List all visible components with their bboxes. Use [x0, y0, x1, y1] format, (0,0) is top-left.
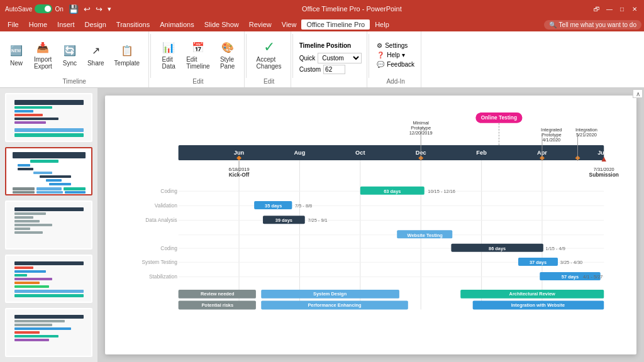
- svg-text:Integration with Website: Integration with Website: [511, 302, 565, 308]
- svg-text:Website Testing: Website Testing: [408, 233, 443, 238]
- svg-rect-37: [14, 294, 84, 297]
- slide-view: Jun Aug Oct Dec Feb Apr Jun 6/18/2019 Ki…: [105, 96, 636, 354]
- menu-slideshow[interactable]: Slide Show: [199, 19, 244, 30]
- menu-insert[interactable]: Insert: [52, 19, 80, 30]
- style-pane-button[interactable]: 🎨 StylePane: [216, 37, 239, 72]
- svg-text:7/5 - 8/8: 7/5 - 8/8: [295, 203, 312, 209]
- svg-rect-44: [14, 339, 49, 341]
- svg-text:86 days: 86 days: [489, 246, 506, 251]
- svg-rect-34: [14, 282, 40, 284]
- autosave-toggle[interactable]: [35, 4, 52, 13]
- quick-label: Quick: [299, 55, 316, 62]
- undo-icon[interactable]: ↩: [84, 4, 91, 14]
- maximize-btn[interactable]: □: [618, 4, 626, 13]
- slide-thumb-1[interactable]: [5, 93, 92, 142]
- menu-transitions[interactable]: Transitions: [111, 19, 155, 30]
- ribbon-edit-content: 📊 EditData 📅 EditTimeline 🎨 StylePane: [157, 34, 238, 75]
- svg-text:35 days: 35 days: [265, 203, 282, 209]
- svg-rect-25: [14, 220, 40, 222]
- menu-view[interactable]: View: [277, 19, 302, 30]
- sep2: [246, 34, 247, 78]
- svg-rect-32: [14, 274, 27, 277]
- svg-text:12/20/2019: 12/20/2019: [409, 130, 433, 136]
- main-area: Jun Aug Oct Dec Feb Apr Jun 6/18/2019 Ki…: [0, 88, 644, 362]
- svg-text:1/15 - 4/9: 1/15 - 4/9: [546, 246, 565, 251]
- title-bar-left: AutoSave On 💾 ↩ ↪ ▾: [5, 4, 111, 14]
- svg-text:Coding: Coding: [160, 188, 177, 194]
- svg-rect-17: [36, 187, 62, 190]
- help-button[interactable]: ❓ Help ▾: [375, 51, 416, 59]
- svg-rect-6: [14, 128, 84, 132]
- sync-button[interactable]: 🔄 Sync: [58, 41, 81, 69]
- menu-file[interactable]: File: [3, 19, 24, 30]
- sep1: [150, 34, 151, 78]
- search-label[interactable]: Tell me what you want to do: [559, 21, 636, 28]
- settings-button[interactable]: ⚙ Settings: [375, 41, 416, 50]
- svg-rect-42: [14, 331, 40, 334]
- menu-help[interactable]: Help: [370, 19, 394, 30]
- custom-value-input[interactable]: [323, 65, 345, 74]
- menu-officetimeline[interactable]: Office Timeline Pro: [301, 19, 370, 30]
- svg-rect-18: [64, 187, 86, 190]
- edit-data-button[interactable]: 📊 EditData: [157, 37, 180, 72]
- svg-text:Online Testing: Online Testing: [481, 114, 517, 121]
- import-label: ImportExport: [34, 56, 52, 70]
- ribbon-group-edit: 📊 EditData 📅 EditTimeline 🎨 StylePane Ed…: [152, 31, 244, 87]
- menu-review[interactable]: Review: [244, 19, 277, 30]
- autosave-label: AutoSave: [5, 6, 32, 13]
- share-label: Share: [87, 60, 104, 67]
- menu-animations[interactable]: Animations: [155, 19, 199, 30]
- title-bar-title: Office Timeline Pro - PowerPoint: [302, 5, 402, 13]
- save-icon[interactable]: 💾: [69, 4, 79, 14]
- slide-thumb-5[interactable]: [5, 308, 92, 357]
- window-controls: 🗗 — □ ✕: [592, 4, 639, 13]
- new-button[interactable]: 🆕 New: [5, 41, 28, 69]
- svg-text:10/15 - 12/16: 10/15 - 12/16: [428, 189, 455, 194]
- import-export-button[interactable]: 📥 ImportExport: [30, 37, 56, 72]
- menu-home[interactable]: Home: [24, 19, 52, 30]
- svg-text:Stabilization: Stabilization: [149, 273, 177, 280]
- minimize-btn[interactable]: —: [605, 4, 614, 13]
- slide-thumb-4[interactable]: [5, 255, 92, 304]
- restore-btn[interactable]: 🗗: [592, 4, 601, 13]
- slide-thumb-3[interactable]: [5, 200, 92, 250]
- svg-rect-30: [14, 266, 33, 269]
- close-btn[interactable]: ✕: [630, 4, 639, 13]
- settings-icon: ⚙: [377, 42, 382, 49]
- svg-text:37 days: 37 days: [530, 260, 547, 265]
- svg-text:Performance Enhancing: Performance Enhancing: [308, 302, 362, 308]
- template-button[interactable]: 📋 Template: [111, 41, 144, 69]
- menu-design[interactable]: Design: [80, 19, 111, 30]
- ribbon-collapse-button[interactable]: ∧: [633, 89, 643, 98]
- accept-icon: ✓: [262, 40, 277, 55]
- svg-rect-35: [14, 285, 49, 288]
- svg-rect-2: [14, 110, 33, 112]
- svg-text:Architectural Review: Architectural Review: [509, 291, 556, 297]
- feedback-button[interactable]: 💬 Feedback: [375, 60, 416, 69]
- edit-timeline-label: EditTimeline: [186, 56, 209, 70]
- template-icon: 📋: [119, 43, 135, 58]
- addin-group-label: Add-In: [375, 75, 416, 85]
- accept-changes-button[interactable]: ✓ AcceptChanges: [253, 37, 286, 72]
- share-button[interactable]: ↗ Share: [84, 41, 108, 69]
- svg-rect-0: [14, 100, 84, 105]
- svg-rect-26: [14, 224, 52, 226]
- svg-rect-33: [14, 278, 52, 280]
- help-icon: ❓: [377, 52, 384, 58]
- svg-text:7/25 - 9/1: 7/25 - 9/1: [308, 217, 327, 223]
- redo-icon[interactable]: ↪: [96, 4, 103, 14]
- svg-text:Submission: Submission: [589, 172, 619, 178]
- svg-rect-10: [18, 164, 30, 167]
- quick-select[interactable]: Custom: [318, 53, 362, 63]
- svg-text:Coding: Coding: [160, 245, 177, 251]
- autosave-control[interactable]: AutoSave On: [5, 4, 64, 13]
- slide-thumb-2[interactable]: [5, 147, 92, 196]
- slide-4-preview: [6, 256, 91, 304]
- customize-icon[interactable]: ▾: [108, 5, 111, 13]
- edit-timeline-button[interactable]: 📅 EditTimeline: [182, 37, 213, 72]
- svg-rect-41: [14, 327, 71, 330]
- svg-text:63 days: 63 days: [384, 189, 401, 194]
- ribbon-position-content: Timeline Position Quick Custom Custom: [299, 34, 362, 82]
- template-label: Template: [114, 60, 140, 67]
- svg-rect-38: [14, 315, 84, 319]
